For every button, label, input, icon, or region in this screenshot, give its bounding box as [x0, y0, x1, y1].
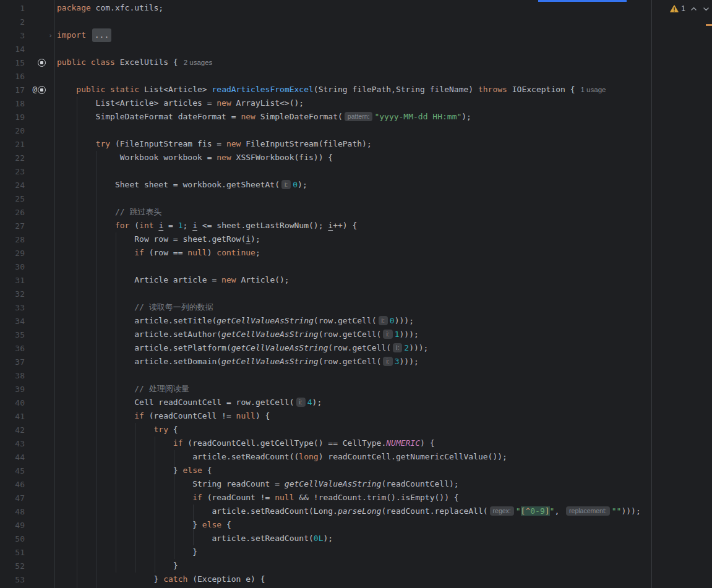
- line-number[interactable]: 36: [0, 344, 25, 353]
- fold-chevron-icon[interactable]: ›: [48, 32, 53, 40]
- chevron-up-icon[interactable]: [690, 5, 698, 13]
- code-text[interactable]: // 跳过表头: [54, 205, 161, 219]
- line-number[interactable]: 27: [0, 221, 25, 231]
- line-number[interactable]: 22: [0, 153, 25, 163]
- line-number[interactable]: 48: [0, 507, 25, 516]
- code-text[interactable]: if (readCount != null && !readCount.trim…: [54, 491, 459, 505]
- code-text[interactable]: try {: [54, 423, 178, 437]
- line-number[interactable]: 37: [0, 357, 25, 367]
- line-number[interactable]: 23: [0, 167, 25, 176]
- code-text[interactable]: public static List<Article> readArticles…: [54, 83, 606, 96]
- code-text[interactable]: } else {: [54, 518, 231, 532]
- line-number[interactable]: 38: [0, 371, 25, 380]
- usages-hint[interactable]: 1 usage: [581, 86, 606, 93]
- code-text[interactable]: for (int i = 1; i <= sheet.getLastRowNum…: [54, 219, 357, 232]
- line-number[interactable]: 16: [0, 72, 25, 81]
- line-number[interactable]: 53: [0, 575, 25, 584]
- line-number[interactable]: 29: [0, 249, 25, 258]
- inlay-hint[interactable]: i:: [296, 398, 306, 407]
- usages-hint[interactable]: 2 usages: [184, 59, 213, 66]
- line-number[interactable]: 50: [0, 534, 25, 543]
- code-text[interactable]: public class ExcelUtils {2 usages: [54, 56, 212, 69]
- line-number[interactable]: 32: [0, 289, 25, 299]
- inlay-hint[interactable]: pattern:: [345, 112, 373, 121]
- line-number[interactable]: 19: [0, 113, 25, 122]
- line-number[interactable]: 30: [0, 262, 25, 271]
- line-number[interactable]: 41: [0, 412, 25, 421]
- code-text[interactable]: }: [54, 545, 197, 559]
- code-text[interactable]: Sheet sheet = workbook.getSheetAt(i:0);: [54, 178, 307, 192]
- inlay-hint[interactable]: i:: [383, 357, 392, 366]
- code-text[interactable]: article.setReadCount((long) readCountCel…: [54, 450, 507, 464]
- inlay-hint[interactable]: replacement:: [566, 506, 610, 516]
- inlay-hint[interactable]: i:: [393, 343, 402, 352]
- code-text[interactable]: Workbook workbook = new XSSFWorkbook(fis…: [54, 151, 333, 164]
- code-text[interactable]: article.setTitle(getCellValueAsString(ro…: [54, 314, 414, 328]
- code-text[interactable]: }: [54, 559, 178, 573]
- code-text[interactable]: String readCount = getCellValueAsString(…: [54, 477, 459, 491]
- line-number[interactable]: 43: [0, 439, 25, 448]
- line-number[interactable]: 51: [0, 548, 25, 557]
- line-number[interactable]: 44: [0, 453, 25, 462]
- code-text[interactable]: article.setReadCount(0L);: [54, 532, 333, 545]
- line-number[interactable]: 21: [0, 140, 25, 149]
- line-number[interactable]: 42: [0, 425, 25, 435]
- code-text[interactable]: if (readCountCell != null) {: [54, 409, 270, 423]
- line-number[interactable]: 18: [0, 99, 25, 108]
- code-token: }: [57, 520, 202, 529]
- line-number[interactable]: 49: [0, 521, 25, 530]
- code-text[interactable]: Row row = sheet.getRow(i);: [54, 232, 260, 246]
- folded-imports-badge[interactable]: ...: [92, 28, 111, 42]
- chevron-down-icon[interactable]: [702, 5, 710, 13]
- annotation-gutter-icon[interactable]: @: [32, 85, 37, 94]
- line-number[interactable]: 39: [0, 385, 25, 394]
- line-number[interactable]: 31: [0, 276, 25, 285]
- line-number[interactable]: 35: [0, 330, 25, 339]
- line-number[interactable]: 33: [0, 303, 25, 312]
- code-text[interactable]: package com.xfc.utils;: [54, 1, 163, 15]
- line-number[interactable]: 47: [0, 493, 25, 503]
- inlay-hint[interactable]: i:: [379, 316, 388, 325]
- code-text[interactable]: Article article = new Article();: [54, 273, 290, 287]
- code-text[interactable]: article.setReadCount(Long.parseLong(read…: [54, 505, 641, 518]
- line-number[interactable]: 20: [0, 126, 25, 135]
- line-number[interactable]: 46: [0, 480, 25, 489]
- line-number[interactable]: 2: [0, 17, 25, 27]
- inspections-widget[interactable]: 1: [670, 3, 710, 14]
- code-text[interactable]: article.setDomain(getCellValueAsString(r…: [54, 355, 419, 369]
- code-text[interactable]: SimpleDateFormat dateFormat = new Simple…: [54, 110, 471, 124]
- line-number[interactable]: 14: [0, 45, 25, 54]
- line-number[interactable]: 34: [0, 317, 25, 326]
- line-number[interactable]: 25: [0, 194, 25, 203]
- inlay-hint[interactable]: i:: [281, 180, 291, 189]
- code-text[interactable]: import ...: [54, 28, 111, 42]
- line-number[interactable]: 1: [0, 4, 25, 13]
- line-number[interactable]: 3: [0, 31, 25, 40]
- run-gutter-icon[interactable]: [38, 86, 46, 94]
- code-text[interactable]: List<Article> articles = new ArrayList<>…: [54, 96, 304, 110]
- line-number[interactable]: 24: [0, 181, 25, 190]
- code-text[interactable]: } catch (Exception e) {: [54, 573, 265, 586]
- code-token: int: [139, 221, 153, 230]
- code-text[interactable]: Cell readCountCell = row.getCell(i:4);: [54, 396, 322, 409]
- line-number[interactable]: 40: [0, 398, 25, 407]
- code-text[interactable]: if (readCountCell.getCellType() == CellT…: [54, 437, 435, 450]
- code-line: 43 if (readCountCell.getCellType() == Ce…: [0, 437, 712, 450]
- line-number[interactable]: 45: [0, 466, 25, 475]
- line-number[interactable]: 52: [0, 561, 25, 571]
- code-text[interactable]: try (FileInputStream fis = new FileInput…: [54, 137, 372, 151]
- line-number[interactable]: 26: [0, 208, 25, 217]
- inlay-hint[interactable]: i:: [383, 330, 392, 339]
- run-gutter-icon[interactable]: [38, 59, 46, 67]
- inlay-hint[interactable]: regex:: [490, 506, 514, 516]
- warning-icon[interactable]: [670, 5, 679, 12]
- line-number[interactable]: 15: [0, 58, 25, 67]
- code-text[interactable]: } else {: [54, 464, 212, 477]
- code-text[interactable]: // 处理阅读量: [54, 382, 189, 396]
- code-text[interactable]: // 读取每一列的数据: [54, 300, 213, 314]
- line-number[interactable]: 28: [0, 235, 25, 244]
- line-number[interactable]: 17: [0, 85, 25, 95]
- code-text[interactable]: article.setAuthor(getCellValueAsString(r…: [54, 328, 419, 341]
- code-text[interactable]: article.setPlatform(getCellValueAsString…: [54, 341, 428, 355]
- code-text[interactable]: if (row == null) continue;: [54, 246, 260, 260]
